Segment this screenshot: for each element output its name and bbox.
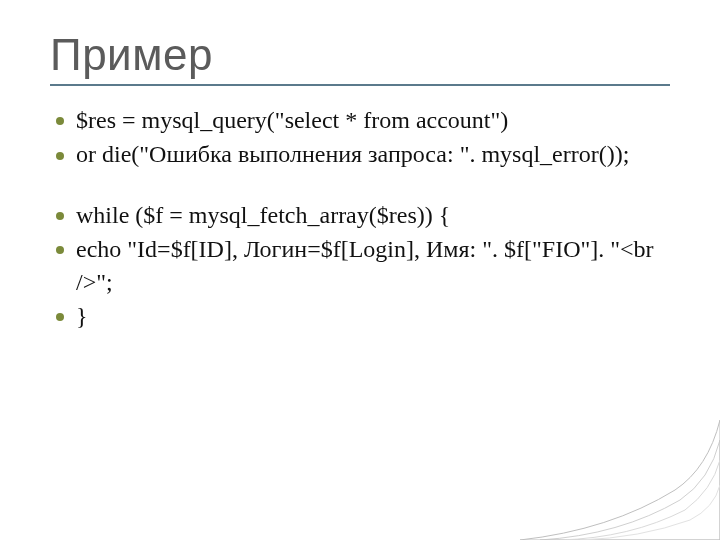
bullet-item: while ($f = mysql_fetch_array($res)) { (50, 199, 670, 231)
bullet-gap (50, 173, 670, 199)
bullet-item: or die("Ошибка выполнения запроса: ". my… (50, 138, 670, 170)
bullet-item: $res = mysql_query("select * from accoun… (50, 104, 670, 136)
title-underline (50, 84, 670, 86)
slide-title: Пример (50, 30, 670, 80)
slide: Пример $res = mysql_query("select * from… (0, 0, 720, 540)
bullet-item: echo "Id=$f[ID], Логин=$f[Login], Имя: "… (50, 233, 670, 298)
bullet-item: } (50, 300, 670, 332)
bullet-list: $res = mysql_query("select * from accoun… (50, 104, 670, 332)
corner-decoration (500, 420, 720, 540)
